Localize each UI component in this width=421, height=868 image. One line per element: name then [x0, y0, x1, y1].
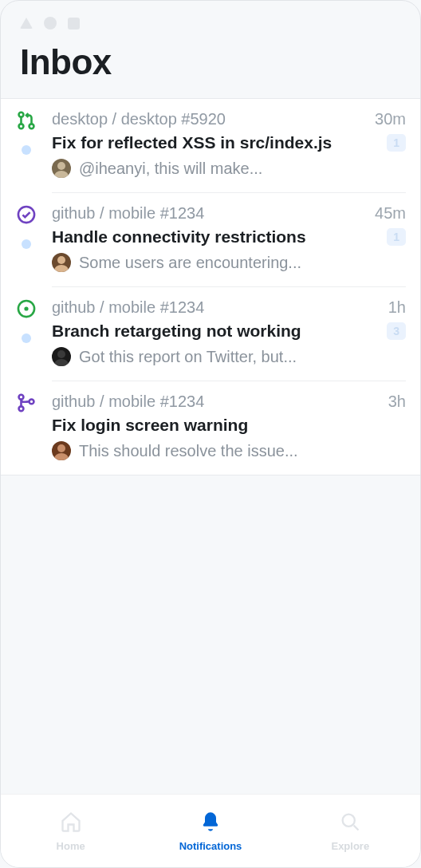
- repo-ref: desktop / desktop #5920: [52, 110, 226, 128]
- svg-point-19: [57, 444, 65, 452]
- notification-list: desktop / desktop #592030mFix for reflec…: [1, 98, 420, 475]
- item-body: github / mobile #12343hFix login screen …: [52, 393, 406, 460]
- home-icon: [60, 811, 82, 835]
- svg-point-21: [343, 814, 355, 826]
- repo-ref: github / mobile #1234: [52, 393, 204, 411]
- title-row: Fix login screen warning: [52, 416, 406, 435]
- count-badge: 3: [387, 322, 406, 340]
- svg-point-1: [19, 124, 24, 128]
- notification-item[interactable]: desktop / desktop #592030mFix for reflec…: [1, 99, 420, 193]
- repo-ref: github / mobile #1234: [52, 298, 204, 317]
- item-icon-column: [15, 393, 37, 460]
- page-title: Inbox: [20, 42, 401, 82]
- repo-ref: github / mobile #1234: [52, 204, 204, 223]
- window-control-square: [68, 18, 80, 30]
- item-title: Branch retargeting not working: [52, 322, 301, 341]
- tab-notifications[interactable]: Notifications: [140, 795, 280, 867]
- title-row: Fix for reflected XSS in src/index.js1: [52, 133, 406, 152]
- item-title: Handle connectivity restrictions: [52, 227, 306, 247]
- timestamp: 3h: [388, 393, 406, 411]
- item-body: github / mobile #123445mHandle connectiv…: [52, 204, 406, 287]
- svg-point-16: [19, 406, 24, 411]
- tab-label: Explore: [331, 840, 369, 852]
- svg-point-8: [57, 256, 65, 264]
- item-icon-column: [15, 110, 37, 179]
- notification-item[interactable]: github / mobile #123445mHandle connectiv…: [1, 193, 420, 287]
- svg-point-13: [57, 350, 65, 358]
- svg-point-0: [19, 112, 24, 117]
- meta-row: github / mobile #12343h: [52, 393, 406, 411]
- snippet-text: This should resolve the issue...: [79, 442, 298, 460]
- snippet-row: Some users are encountering...: [52, 253, 406, 272]
- item-title: Fix login screen warning: [52, 416, 248, 435]
- notification-item[interactable]: github / mobile #12343hFix login screen …: [1, 381, 420, 475]
- timestamp: 1h: [388, 298, 406, 317]
- tab-label: Notifications: [179, 840, 242, 852]
- snippet-text: Got this report on Twitter, but...: [79, 348, 297, 366]
- svg-point-15: [19, 395, 24, 400]
- snippet-row: @iheanyi, this will make...: [52, 159, 406, 178]
- count-badge: 1: [387, 228, 406, 246]
- notification-item[interactable]: github / mobile #12341hBranch retargetin…: [1, 287, 420, 381]
- issue-closed-icon: [16, 204, 37, 228]
- search-icon: [339, 811, 361, 835]
- avatar: [52, 347, 71, 366]
- snippet-text: @iheanyi, this will make...: [79, 160, 262, 178]
- pull-request-icon: [16, 110, 37, 134]
- avatar: [52, 159, 71, 178]
- tab-label: Home: [57, 840, 85, 852]
- meta-row: github / mobile #123445m: [52, 204, 406, 223]
- svg-point-4: [57, 162, 65, 170]
- item-icon-column: [15, 204, 37, 273]
- tab-explore[interactable]: Explore: [281, 795, 420, 867]
- window-control-triangle: [20, 18, 33, 29]
- unread-dot: [22, 239, 31, 249]
- unread-dot: [22, 145, 31, 155]
- count-badge: 1: [387, 134, 406, 152]
- svg-point-17: [30, 399, 34, 404]
- tab-bar: Home Notifications Explore: [1, 794, 420, 867]
- title-row: Branch retargeting not working3: [52, 322, 406, 341]
- item-body: desktop / desktop #592030mFix for reflec…: [52, 110, 406, 193]
- window-controls: [1, 1, 420, 36]
- app-frame: Inbox desktop / desktop #592030mFix for …: [0, 0, 421, 868]
- title-row: Handle connectivity restrictions1: [52, 227, 406, 247]
- meta-row: github / mobile #12341h: [52, 298, 406, 317]
- page-header: Inbox: [1, 36, 420, 98]
- snippet-row: This should resolve the issue...: [52, 441, 406, 460]
- bell-icon: [199, 811, 222, 835]
- item-body: github / mobile #12341hBranch retargetin…: [52, 298, 406, 381]
- snippet-row: Got this report on Twitter, but...: [52, 347, 406, 366]
- tab-home[interactable]: Home: [1, 795, 140, 867]
- avatar: [52, 253, 71, 272]
- merged-icon: [16, 393, 37, 416]
- snippet-text: Some users are encountering...: [79, 254, 301, 272]
- timestamp: 30m: [375, 110, 406, 128]
- svg-point-11: [24, 306, 28, 310]
- avatar: [52, 441, 71, 460]
- unread-dot: [22, 333, 31, 343]
- item-icon-column: [15, 298, 37, 367]
- item-title: Fix for reflected XSS in src/index.js: [52, 133, 332, 152]
- svg-point-2: [30, 124, 34, 128]
- meta-row: desktop / desktop #592030m: [52, 110, 406, 128]
- svg-line-22: [354, 825, 359, 830]
- timestamp: 45m: [375, 204, 406, 223]
- window-control-circle: [44, 17, 57, 30]
- issue-open-icon: [16, 298, 37, 322]
